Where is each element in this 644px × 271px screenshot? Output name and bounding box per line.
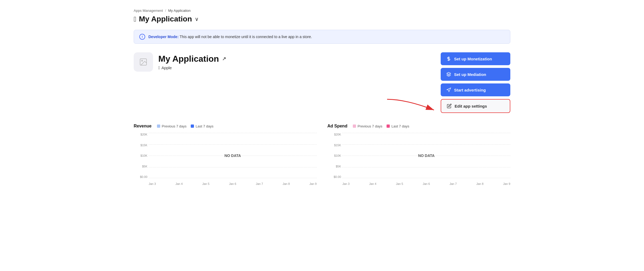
- ad-spend-chart-title: Ad Spend: [327, 124, 347, 129]
- setup-monetization-button[interactable]: Set up Monetization: [441, 52, 510, 65]
- layers-svg: [446, 72, 451, 77]
- ad-y-label-1: $15K: [334, 144, 341, 147]
- ad-grid-line-3: [342, 167, 510, 167]
- revenue-legend-last: Last 7 days: [191, 124, 214, 128]
- red-arrow-svg: [384, 97, 438, 118]
- ad-spend-legend-last: Last 7 days: [387, 124, 409, 128]
- edit-svg: [447, 104, 452, 108]
- breadcrumb: Apps Management / My Application: [134, 9, 510, 13]
- setup-mediation-button[interactable]: Set up Mediation: [441, 68, 510, 81]
- ad-spend-last-dot: [387, 124, 390, 128]
- breadcrumb-parent[interactable]: Apps Management: [134, 9, 163, 13]
- y-label-2: $10K: [140, 154, 147, 157]
- ad-grid-line-bottom: [342, 178, 510, 178]
- revenue-last-label: Last 7 days: [196, 124, 214, 128]
- info-icon: !: [139, 34, 145, 40]
- app-name-text: My Application: [158, 54, 219, 64]
- svg-point-1: [141, 60, 143, 61]
- ad-y-label-2: $10K: [334, 154, 341, 157]
- layers-icon: [446, 72, 451, 77]
- page-container: Apps Management / My Application  My Ap…: [121, 0, 523, 195]
- ad-spend-y-labels: $20K $15K $10K $5K $0.00: [328, 133, 341, 178]
- grid-line-1: [149, 144, 317, 145]
- mediation-label: Set up Mediation: [454, 72, 486, 77]
- platform-label: Apple: [162, 65, 172, 70]
- svg-marker-3: [447, 72, 451, 75]
- y-label-4: $0.00: [140, 175, 147, 178]
- grid-line-top: [149, 133, 317, 133]
- ad-spend-no-data: NO DATA: [418, 153, 435, 158]
- dollar-icon: [446, 56, 451, 61]
- ad-spend-prev-dot: [353, 124, 356, 128]
- x-jan8: Jan 8: [283, 182, 290, 185]
- grid-line-bottom: [149, 178, 317, 178]
- dollar-sign-svg: [446, 56, 451, 61]
- ad-spend-grid: NO DATA: [342, 133, 510, 178]
- ad-spend-x-labels: Jan 3 Jan 4 Jan 5 Jan 6 Jan 7 Jan 8 Jan …: [342, 181, 510, 186]
- app-header: My Application ↗  Apple: [134, 52, 510, 113]
- banner-bold: Developer Mode:: [148, 35, 179, 39]
- apple-logo-header: : [134, 15, 136, 23]
- y-label-0: $20K: [140, 133, 147, 136]
- annotation-arrow: [384, 97, 438, 119]
- revenue-chart: Revenue Previous 7 days Last 7 days $20K…: [134, 124, 317, 186]
- revenue-no-data: NO DATA: [224, 153, 241, 158]
- megaphone-svg: [446, 87, 451, 92]
- banner-text: Developer Mode: This app will not be abl…: [148, 35, 312, 39]
- x-jan5: Jan 5: [202, 182, 209, 185]
- ad-x-jan3: Jan 3: [342, 182, 350, 185]
- ad-spend-last-label: Last 7 days: [391, 124, 409, 128]
- ad-y-label-3: $5K: [336, 165, 341, 168]
- ad-spend-chart-legend: Previous 7 days Last 7 days: [353, 124, 409, 128]
- banner-normal: This app will not be able to monetize un…: [179, 35, 312, 39]
- revenue-prev-dot: [157, 124, 160, 128]
- revenue-x-labels: Jan 3 Jan 4 Jan 5 Jan 6 Jan 7 Jan 8 Jan …: [149, 181, 317, 186]
- ad-x-jan4: Jan 4: [369, 182, 376, 185]
- y-label-1: $15K: [140, 144, 147, 147]
- revenue-chart-area: $20K $15K $10K $5K $0.00 NO DATA Jan 3: [134, 133, 317, 186]
- ad-grid-line-top: [342, 133, 510, 133]
- apple-platform-icon: : [158, 65, 160, 70]
- breadcrumb-separator: /: [165, 9, 166, 13]
- revenue-chart-header: Revenue Previous 7 days Last 7 days: [134, 124, 317, 129]
- revenue-y-labels: $20K $15K $10K $5K $0.00: [134, 133, 147, 178]
- ad-y-label-4: $0.00: [334, 175, 341, 178]
- edit-app-settings-button[interactable]: Edit app settings: [441, 99, 510, 113]
- ad-spend-legend-previous: Previous 7 days: [353, 124, 383, 128]
- advertising-label: Start advertising: [454, 88, 486, 92]
- external-link-icon[interactable]: ↗: [222, 56, 226, 62]
- chevron-down-icon[interactable]: ∨: [195, 16, 199, 22]
- action-area: Set up Monetization Set up Mediation: [441, 52, 510, 113]
- x-jan3: Jan 3: [149, 182, 156, 185]
- x-jan7: Jan 7: [256, 182, 263, 185]
- ad-spend-chart-area: $20K $15K $10K $5K $0.00 NO DATA Jan 3: [327, 133, 510, 186]
- grid-line-3: [149, 167, 317, 167]
- edit-settings-label: Edit app settings: [455, 104, 487, 108]
- developer-mode-banner: ! Developer Mode: This app will not be a…: [134, 30, 510, 44]
- app-name-heading: My Application ↗: [158, 54, 226, 64]
- revenue-prev-label: Previous 7 days: [162, 124, 187, 128]
- page-title-row:  My Application ∨: [134, 15, 510, 23]
- x-jan9: Jan 9: [309, 182, 317, 185]
- ad-spend-chart: Ad Spend Previous 7 days Last 7 days $20…: [327, 124, 510, 186]
- revenue-legend-previous: Previous 7 days: [157, 124, 187, 128]
- action-buttons: Set up Monetization Set up Mediation: [441, 52, 510, 113]
- page-title: My Application: [139, 15, 192, 23]
- revenue-last-dot: [191, 124, 194, 128]
- charts-section: Revenue Previous 7 days Last 7 days $20K…: [134, 124, 510, 186]
- megaphone-icon: [446, 87, 451, 93]
- ad-spend-prev-label: Previous 7 days: [358, 124, 383, 128]
- x-jan4: Jan 4: [175, 182, 183, 185]
- ad-x-jan5: Jan 5: [396, 182, 403, 185]
- start-advertising-button[interactable]: Start advertising: [441, 83, 510, 96]
- app-details: My Application ↗  Apple: [158, 54, 226, 70]
- breadcrumb-current: My Application: [168, 9, 191, 13]
- edit-icon: [447, 103, 452, 109]
- ad-spend-chart-header: Ad Spend Previous 7 days Last 7 days: [327, 124, 510, 129]
- revenue-chart-title: Revenue: [134, 124, 152, 129]
- revenue-chart-legend: Previous 7 days Last 7 days: [157, 124, 214, 128]
- y-label-3: $5K: [142, 165, 147, 168]
- app-platform:  Apple: [158, 65, 226, 70]
- x-jan6: Jan 6: [229, 182, 236, 185]
- revenue-grid: NO DATA: [149, 133, 317, 178]
